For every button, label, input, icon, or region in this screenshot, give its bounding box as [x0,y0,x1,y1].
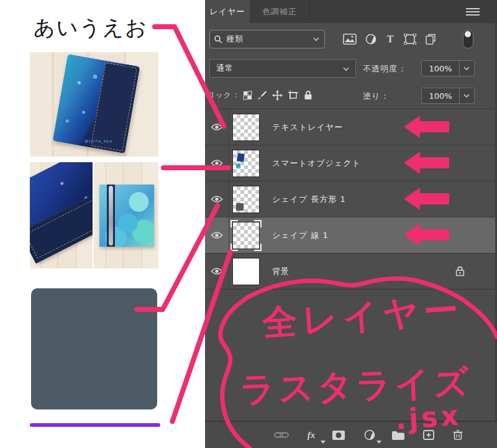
text-layer-filter-icon[interactable]: T [385,34,395,45]
lock-transparency-icon[interactable] [243,91,252,100]
layer-name[interactable]: シェイプ 線 1 [272,230,329,241]
opacity-label: 不透明度 : [363,63,404,75]
eye-icon [211,123,223,131]
new-group-button[interactable] [390,427,406,442]
chevron-down-icon [463,66,470,71]
visibility-toggle[interactable] [205,217,229,253]
layer-name[interactable]: シェイプ 長方形 1 [272,194,346,205]
filter-icon-group: T [343,31,467,47]
add-layer-mask-button[interactable] [331,427,347,442]
photo-notebook-front: @chira_oya [30,52,158,157]
adjustment-more-icon [376,441,381,444]
adjustment-icon [364,429,375,441]
new-layer-button[interactable] [421,427,437,442]
layer-name[interactable]: スマートオブジェクト [272,158,361,169]
opacity-control[interactable]: 100% [421,60,475,76]
svg-text:fx: fx [308,430,316,440]
filter-kind-label: 種類 [226,34,244,45]
opacity-value: 100% [422,64,459,73]
pixel-layer-filter-icon[interactable] [343,34,357,45]
photo-notebook-open [94,162,158,268]
svg-text:T: T [387,34,394,44]
chevron-down-icon [463,94,470,98]
fx-icon: fx [304,429,319,441]
eye-icon [211,159,223,167]
layer-row-smart-object[interactable]: スマートオブジェクト [205,145,497,181]
layer-filter-dropdown[interactable]: 種類 [209,30,325,48]
eye-icon [211,195,223,203]
visibility-toggle[interactable] [205,254,229,289]
fill-control[interactable]: 100% [421,88,475,104]
layer-list: テキストレイヤー スマートオブジェクト [205,109,497,290]
mask-icon [332,430,345,441]
tab-layers[interactable]: レイヤー [205,0,250,23]
chevron-down-icon [313,37,319,42]
notebook-back-band [30,187,93,264]
panel-tabbar: レイヤー 色調補正 [205,0,497,23]
adjustment-layer-filter-icon[interactable] [365,34,376,45]
visibility-toggle[interactable] [205,145,229,181]
background-lock-icon [455,265,465,277]
fill-label: 塗り : [363,91,387,102]
filter-toggle-switch[interactable] [463,30,473,48]
link-layers-button[interactable] [273,427,290,442]
shape-rectangle [31,288,157,409]
layer-thumbnail[interactable] [232,114,260,141]
eye-icon [211,231,223,239]
notebook-back-image [30,162,93,263]
lock-pixels-brush-icon[interactable] [257,90,267,100]
layer-style-button[interactable]: fx [303,427,319,442]
annotation-line-text [152,24,177,29]
delete-layer-button[interactable] [450,427,466,442]
lock-controls: ロック : [207,87,312,103]
folder-icon [391,430,405,441]
new-layer-icon [422,429,435,441]
screenshot-stage: あいうえお @chira_oya レイヤー 色調補正 [0,0,497,448]
trash-icon [452,429,463,441]
panel-menu-icon[interactable] [466,8,480,16]
photo-notebook-back [30,162,93,268]
tab-adjustments[interactable]: 色調補正 [250,0,310,23]
shape-layer-filter-icon[interactable] [404,34,416,45]
layer-thumbnail[interactable] [232,258,260,285]
layer-row-background[interactable]: 背景 [205,254,497,290]
lock-all-icon[interactable] [304,90,312,100]
notebook-open-image [99,185,154,247]
layer-thumbnail-selected[interactable] [232,222,260,249]
visibility-toggle[interactable] [205,181,229,217]
shape-line [30,423,160,427]
search-icon [214,35,222,43]
toggle-knob [465,31,471,37]
layer-thumbnail[interactable] [232,186,260,213]
new-adjustment-layer-button[interactable] [362,427,378,442]
layer-thumbnail[interactable] [232,150,260,177]
photo-watermark: @chira_oya [84,139,112,143]
eye-icon [211,267,223,275]
layer-row-shape-line[interactable]: シェイプ 線 1 [205,217,497,254]
smart-object-filter-icon[interactable] [425,34,436,45]
blend-mode-dropdown[interactable]: 通常 [209,59,356,78]
layers-panel: レイヤー 色調補正 種類 [205,0,497,448]
layer-row-shape-rectangle[interactable]: シェイプ 長方形 1 [205,181,497,217]
panel-toolbar: fx [205,421,497,448]
layer-name[interactable]: 背景 [272,266,290,277]
layer-name[interactable]: テキストレイヤー [272,122,343,133]
visibility-toggle[interactable] [205,109,229,145]
blend-mode-value: 通常 [216,63,234,74]
chevron-down-icon [343,67,349,71]
lock-label: ロック : [207,90,238,101]
lock-position-move-icon[interactable] [272,90,283,101]
layer-row-text[interactable]: テキストレイヤー [205,109,497,145]
notebook-binder-rings [109,186,113,245]
lock-artboard-icon[interactable] [288,90,299,100]
fx-more-icon [321,441,326,444]
fill-value: 100% [422,91,459,101]
canvas-sample-text: あいうえお [34,14,148,42]
link-icon [274,431,289,439]
